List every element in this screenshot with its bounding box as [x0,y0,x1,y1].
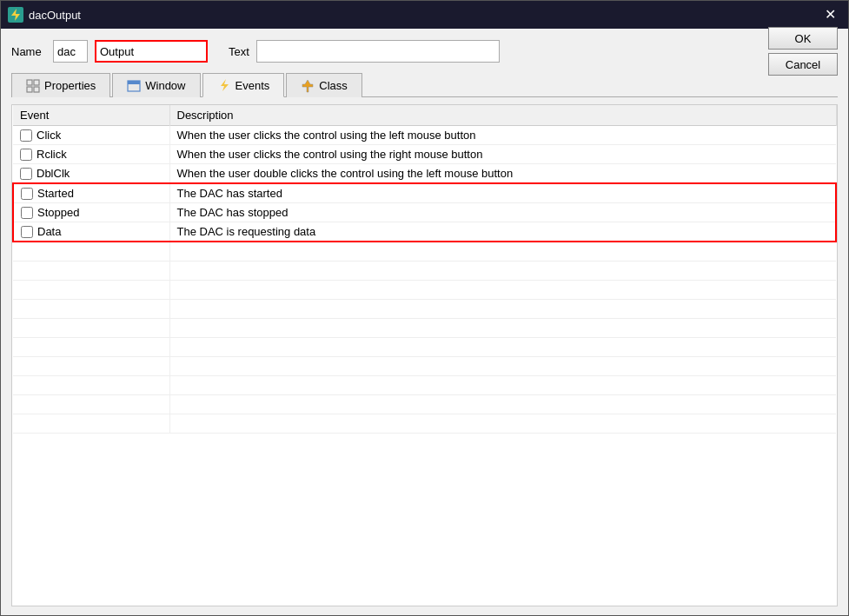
event-cell: Started [13,183,169,203]
table-row-empty [13,262,836,281]
table-row-empty [13,338,836,357]
svg-marker-9 [302,80,313,92]
description-cell: When the user clicks the control using t… [169,126,836,145]
title-bar: dacOutput ✕ [1,1,848,29]
tab-class[interactable]: Class [286,73,362,97]
tab-bar: Properties Window Events [11,72,838,97]
table-row-empty [13,376,836,395]
table-row-empty [13,414,836,434]
event-name: DblClk [36,167,70,180]
table-row: Rclick When the user clicks the control … [13,145,836,164]
svg-rect-4 [27,87,32,92]
svg-rect-2 [27,80,32,85]
rclick-checkbox[interactable] [20,149,32,161]
table-row-empty [13,242,836,262]
table-row-empty [13,395,836,414]
event-cell: Click [13,126,169,145]
table-row: DblClk When the user double clicks the c… [13,164,836,184]
click-checkbox[interactable] [20,129,32,142]
description-cell: The DAC has stopped [169,203,836,222]
svg-rect-5 [34,87,39,92]
stopped-checkbox[interactable] [21,207,33,219]
event-cell: DblClk [13,164,169,184]
name-value-input[interactable] [95,40,208,63]
title-bar-left: dacOutput [8,7,81,23]
started-checkbox[interactable] [21,188,33,200]
description-cell: When the user clicks the control using t… [169,145,836,164]
description-cell: The DAC is requesting data [169,222,836,242]
table-row: Started The DAC has started [13,183,836,203]
table-row-empty [13,319,836,338]
tab-class-label: Class [319,79,348,92]
description-cell: When the user double clicks the control … [169,164,836,184]
event-name: Click [36,129,61,142]
svg-marker-8 [221,79,229,91]
main-window: dacOutput ✕ Name Text OK Cancel [0,0,849,616]
col-header-event: Event [13,105,169,126]
window-title: dacOutput [29,9,81,22]
ok-button[interactable]: OK [768,27,838,50]
event-cell: Data [13,222,169,242]
app-icon [8,7,23,23]
events-icon [217,78,231,92]
class-icon [301,79,315,93]
table-row: Stopped The DAC has stopped [13,203,836,222]
tab-properties[interactable]: Properties [11,73,110,97]
text-value-input[interactable] [256,40,500,63]
data-checkbox[interactable] [21,226,33,238]
content-area: Name Text OK Cancel Properties [1,29,848,615]
table-row-empty [13,357,836,376]
description-cell: The DAC has started [169,183,836,203]
svg-rect-7 [128,81,140,84]
tab-window-label: Window [145,79,185,92]
text-label: Text [229,45,249,58]
tab-properties-label: Properties [44,79,96,92]
event-name: Rclick [36,148,67,161]
properties-icon [26,79,40,93]
events-table-area: Event Description Click When the use [11,104,838,606]
event-cell: Stopped [13,203,169,222]
tab-window[interactable]: Window [112,73,200,97]
ok-cancel-group: OK Cancel [768,27,838,76]
table-row: Data The DAC is requesting data [13,222,836,242]
table-row-empty [13,281,836,300]
top-row: Name Text OK Cancel [11,37,838,65]
table-row: Click When the user clicks the control u… [13,126,836,145]
close-button[interactable]: ✕ [819,6,841,23]
name-prefix-input[interactable] [53,40,88,63]
svg-rect-3 [34,80,39,85]
event-name: Data [37,225,61,238]
event-name: Started [37,187,74,200]
col-header-description: Description [169,105,836,126]
tab-events[interactable]: Events [202,73,285,97]
event-name: Stopped [37,206,79,219]
tab-events-label: Events [235,79,270,92]
events-table: Event Description Click When the use [12,105,837,434]
name-label: Name [11,45,46,58]
table-row-empty [13,300,836,319]
dblclk-checkbox[interactable] [20,168,32,180]
window-icon [127,79,141,93]
event-cell: Rclick [13,145,169,164]
